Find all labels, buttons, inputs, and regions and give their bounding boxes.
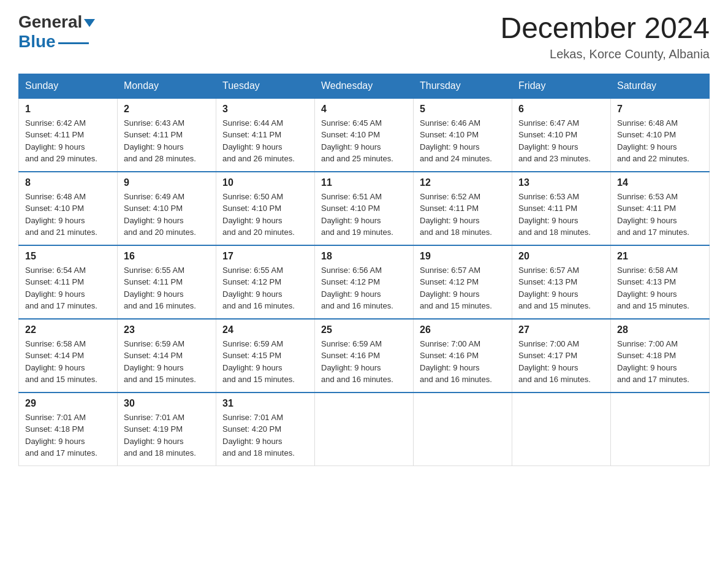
calendar-cell: 2Sunrise: 6:43 AMSunset: 4:11 PMDaylight… xyxy=(118,98,216,172)
calendar-table: SundayMondayTuesdayWednesdayThursdayFrid… xyxy=(18,74,710,466)
sunset-text: Sunset: 4:12 PM xyxy=(420,277,479,286)
daylight-text-line1: Daylight: 9 hours xyxy=(518,289,578,299)
sunrise-text: Sunrise: 6:49 AM xyxy=(124,192,184,201)
sunset-text: Sunset: 4:16 PM xyxy=(420,351,479,360)
calendar-cell: 17Sunrise: 6:55 AMSunset: 4:12 PMDayligh… xyxy=(216,245,315,319)
calendar-cell: 22Sunrise: 6:58 AMSunset: 4:14 PMDayligh… xyxy=(19,319,118,393)
sunset-text: Sunset: 4:15 PM xyxy=(222,351,281,360)
day-info: Sunrise: 6:53 AMSunset: 4:11 PMDaylight:… xyxy=(518,191,604,239)
daylight-text-line1: Daylight: 9 hours xyxy=(617,289,677,299)
daylight-text-line2: and and 20 minutes. xyxy=(222,228,295,237)
daylight-text-line1: Daylight: 9 hours xyxy=(420,363,480,372)
day-info: Sunrise: 7:01 AMSunset: 4:18 PMDaylight:… xyxy=(25,412,111,459)
day-info: Sunrise: 6:42 AMSunset: 4:11 PMDaylight:… xyxy=(25,117,111,165)
sunset-text: Sunset: 4:10 PM xyxy=(321,130,380,139)
calendar-cell: 5Sunrise: 6:46 AMSunset: 4:10 PMDaylight… xyxy=(414,98,512,172)
day-info: Sunrise: 6:57 AMSunset: 4:12 PMDaylight:… xyxy=(420,264,506,312)
day-info: Sunrise: 7:01 AMSunset: 4:20 PMDaylight:… xyxy=(222,412,308,459)
daylight-text-line2: and and 16 minutes. xyxy=(420,375,492,384)
sunset-text: Sunset: 4:13 PM xyxy=(617,277,676,286)
sunrise-text: Sunrise: 6:48 AM xyxy=(25,192,86,201)
sunrise-text: Sunrise: 6:48 AM xyxy=(617,118,678,128)
calendar-cell: 26Sunrise: 7:00 AMSunset: 4:16 PMDayligh… xyxy=(414,319,512,393)
day-number: 1 xyxy=(25,104,111,115)
daylight-text-line2: and and 17 minutes. xyxy=(617,228,689,237)
sunrise-text: Sunrise: 6:44 AM xyxy=(222,118,283,128)
day-number: 27 xyxy=(518,324,604,335)
calendar-cell: 29Sunrise: 7:01 AMSunset: 4:18 PMDayligh… xyxy=(19,393,118,466)
sunset-text: Sunset: 4:10 PM xyxy=(518,130,577,139)
daylight-text-line2: and and 15 minutes. xyxy=(124,375,196,384)
calendar-week-row: 15Sunrise: 6:54 AMSunset: 4:11 PMDayligh… xyxy=(19,245,710,319)
day-number: 15 xyxy=(25,251,111,262)
day-number: 12 xyxy=(420,177,506,188)
daylight-text-line1: Daylight: 9 hours xyxy=(518,142,578,151)
daylight-text-line2: and and 26 minutes. xyxy=(222,154,295,163)
day-number: 22 xyxy=(25,324,111,335)
sunset-text: Sunset: 4:10 PM xyxy=(124,204,183,213)
day-number: 23 xyxy=(124,324,210,335)
calendar-cell: 3Sunrise: 6:44 AMSunset: 4:11 PMDaylight… xyxy=(216,98,315,172)
calendar-cell: 11Sunrise: 6:51 AMSunset: 4:10 PMDayligh… xyxy=(315,172,414,245)
calendar-cell: 10Sunrise: 6:50 AMSunset: 4:10 PMDayligh… xyxy=(216,172,315,245)
calendar-cell: 20Sunrise: 6:57 AMSunset: 4:13 PMDayligh… xyxy=(512,245,611,319)
title-section: December 2024 Lekas, Korce County, Alban… xyxy=(500,12,710,61)
logo-underline xyxy=(58,42,89,44)
daylight-text-line1: Daylight: 9 hours xyxy=(222,142,282,151)
sunset-text: Sunset: 4:19 PM xyxy=(124,424,183,434)
day-info: Sunrise: 6:56 AMSunset: 4:12 PMDaylight:… xyxy=(321,264,407,312)
sunset-text: Sunset: 4:10 PM xyxy=(222,204,281,213)
daylight-text-line2: and and 16 minutes. xyxy=(124,301,196,310)
sunset-text: Sunset: 4:17 PM xyxy=(518,351,577,360)
sunrise-text: Sunrise: 7:01 AM xyxy=(25,413,86,422)
sunset-text: Sunset: 4:12 PM xyxy=(321,277,380,286)
calendar-day-header: Thursday xyxy=(414,74,512,98)
sunrise-text: Sunrise: 6:47 AM xyxy=(518,118,579,128)
sunrise-text: Sunrise: 6:42 AM xyxy=(25,118,86,128)
day-info: Sunrise: 6:59 AMSunset: 4:16 PMDaylight:… xyxy=(321,338,407,386)
sunrise-text: Sunrise: 6:57 AM xyxy=(420,266,480,275)
day-number: 11 xyxy=(321,177,407,188)
day-info: Sunrise: 7:00 AMSunset: 4:18 PMDaylight:… xyxy=(617,338,703,386)
daylight-text-line2: and and 16 minutes. xyxy=(321,301,393,310)
day-number: 30 xyxy=(124,398,210,409)
day-info: Sunrise: 6:50 AMSunset: 4:10 PMDaylight:… xyxy=(222,191,308,239)
calendar-cell: 19Sunrise: 6:57 AMSunset: 4:12 PMDayligh… xyxy=(414,245,512,319)
calendar-cell: 16Sunrise: 6:55 AMSunset: 4:11 PMDayligh… xyxy=(118,245,216,319)
day-number: 16 xyxy=(124,251,210,262)
daylight-text-line1: Daylight: 9 hours xyxy=(25,216,85,225)
daylight-text-line2: and and 28 minutes. xyxy=(124,154,196,163)
day-info: Sunrise: 6:44 AMSunset: 4:11 PMDaylight:… xyxy=(222,117,308,165)
day-number: 31 xyxy=(222,398,308,409)
calendar-cell: 14Sunrise: 6:53 AMSunset: 4:11 PMDayligh… xyxy=(611,172,710,245)
daylight-text-line1: Daylight: 9 hours xyxy=(25,437,85,446)
day-number: 10 xyxy=(222,177,308,188)
daylight-text-line1: Daylight: 9 hours xyxy=(321,216,381,225)
logo: General Blue xyxy=(18,12,95,52)
daylight-text-line2: and and 16 minutes. xyxy=(222,301,295,310)
sunset-text: Sunset: 4:16 PM xyxy=(321,351,380,360)
daylight-text-line1: Daylight: 9 hours xyxy=(321,363,381,372)
day-info: Sunrise: 6:46 AMSunset: 4:10 PMDaylight:… xyxy=(420,117,506,165)
sunset-text: Sunset: 4:14 PM xyxy=(124,351,183,360)
calendar-day-header: Tuesday xyxy=(216,74,315,98)
daylight-text-line1: Daylight: 9 hours xyxy=(617,363,677,372)
sunrise-text: Sunrise: 7:00 AM xyxy=(420,339,480,348)
daylight-text-line1: Daylight: 9 hours xyxy=(25,289,85,299)
day-number: 18 xyxy=(321,251,407,262)
sunset-text: Sunset: 4:11 PM xyxy=(124,277,183,286)
sunset-text: Sunset: 4:10 PM xyxy=(420,130,479,139)
daylight-text-line1: Daylight: 9 hours xyxy=(321,142,381,151)
sunset-text: Sunset: 4:13 PM xyxy=(518,277,577,286)
sunset-text: Sunset: 4:20 PM xyxy=(222,424,281,434)
calendar-cell: 6Sunrise: 6:47 AMSunset: 4:10 PMDaylight… xyxy=(512,98,611,172)
daylight-text-line1: Daylight: 9 hours xyxy=(617,216,677,225)
daylight-text-line1: Daylight: 9 hours xyxy=(222,216,282,225)
daylight-text-line2: and and 29 minutes. xyxy=(25,154,97,163)
daylight-text-line1: Daylight: 9 hours xyxy=(222,289,282,299)
day-number: 8 xyxy=(25,177,111,188)
daylight-text-line1: Daylight: 9 hours xyxy=(321,289,381,299)
sunrise-text: Sunrise: 6:53 AM xyxy=(518,192,579,201)
sunrise-text: Sunrise: 6:54 AM xyxy=(25,266,86,275)
day-info: Sunrise: 6:48 AMSunset: 4:10 PMDaylight:… xyxy=(25,191,111,239)
